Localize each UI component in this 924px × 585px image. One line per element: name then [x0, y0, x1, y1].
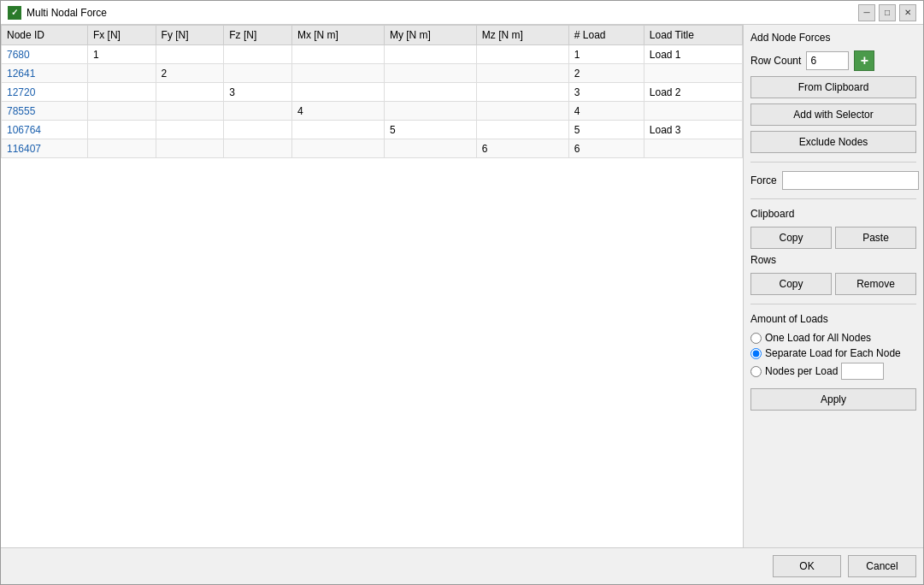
- radio-one-load-label[interactable]: One Load for All Nodes: [765, 332, 871, 344]
- ok-button[interactable]: OK: [773, 555, 841, 577]
- row-count-input[interactable]: [806, 51, 849, 70]
- col-mx: Mx [N m]: [291, 26, 384, 45]
- table-cell[interactable]: [87, 83, 156, 102]
- table-cell[interactable]: 106764: [2, 121, 88, 139]
- row-count-label: Row Count: [750, 55, 801, 67]
- table-cell[interactable]: [87, 121, 156, 139]
- table-cell[interactable]: [384, 139, 476, 158]
- table-cell[interactable]: [224, 45, 292, 64]
- table-cell[interactable]: 6: [568, 139, 644, 158]
- window-title: Multi Nodal Force: [26, 7, 858, 19]
- table-cell[interactable]: [644, 64, 742, 83]
- table-cell[interactable]: 2: [156, 64, 224, 83]
- radio-nodes-per-load-label[interactable]: Nodes per Load: [765, 365, 838, 377]
- table-cell[interactable]: [291, 45, 384, 64]
- table-cell[interactable]: [224, 102, 292, 121]
- table-cell[interactable]: [224, 121, 292, 139]
- table-cell[interactable]: [384, 102, 476, 121]
- radio-nodes-per-load-item: Nodes per Load: [750, 363, 916, 380]
- force-label: Force: [750, 174, 777, 186]
- radio-separate-load[interactable]: [750, 348, 762, 359]
- close-button[interactable]: ✕: [899, 4, 916, 21]
- table-cell[interactable]: [384, 45, 476, 64]
- col-mz: Mz [N m]: [476, 26, 568, 45]
- apply-button[interactable]: Apply: [750, 388, 916, 411]
- table-cell[interactable]: 6: [476, 139, 568, 158]
- from-clipboard-button[interactable]: From Clipboard: [750, 76, 916, 98]
- table-cell[interactable]: [156, 139, 224, 158]
- nodes-per-load-input[interactable]: [841, 363, 884, 380]
- table-cell[interactable]: [224, 139, 292, 158]
- table-cell[interactable]: [476, 121, 568, 139]
- add-row-button[interactable]: +: [854, 50, 874, 71]
- table-cell[interactable]: 12720: [2, 83, 88, 102]
- table-cell[interactable]: 116407: [2, 139, 88, 158]
- maximize-button[interactable]: □: [879, 4, 896, 21]
- clipboard-label: Clipboard: [750, 208, 916, 220]
- table-row[interactable]: 768011Load 1: [2, 45, 743, 64]
- radio-one-load[interactable]: [750, 333, 762, 344]
- cancel-button[interactable]: Cancel: [848, 555, 916, 577]
- radio-nodes-per-load[interactable]: [750, 366, 762, 377]
- clipboard-paste-button[interactable]: Paste: [835, 227, 916, 249]
- table-row[interactable]: 10676455Load 3: [2, 121, 743, 139]
- table-cell[interactable]: [87, 139, 156, 158]
- table-cell[interactable]: 1: [87, 45, 156, 64]
- exclude-nodes-button[interactable]: Exclude Nodes: [750, 131, 916, 153]
- table-cell[interactable]: 7680: [2, 45, 88, 64]
- table-cell[interactable]: 3: [568, 83, 644, 102]
- table-cell[interactable]: [476, 45, 568, 64]
- table-cell[interactable]: [156, 121, 224, 139]
- table-cell[interactable]: [644, 139, 742, 158]
- main-window: ✓ Multi Nodal Force ─ □ ✕ Node ID Fx [N]…: [0, 0, 924, 585]
- table-cell[interactable]: 3: [224, 83, 292, 102]
- table-cell[interactable]: 12641: [2, 64, 88, 83]
- content-area: Node ID Fx [N] Fy [N] Fz [N] Mx [N m] My…: [1, 25, 923, 547]
- rows-remove-button[interactable]: Remove: [835, 273, 916, 295]
- amount-of-loads-radio-group: One Load for All Nodes Separate Load for…: [750, 332, 916, 380]
- table-row[interactable]: 1272033Load 2: [2, 83, 743, 102]
- table-cell[interactable]: 4: [568, 102, 644, 121]
- radio-separate-load-label[interactable]: Separate Load for Each Node: [765, 347, 901, 359]
- col-my: My [N m]: [384, 26, 476, 45]
- table-cell[interactable]: 1: [568, 45, 644, 64]
- table-cell[interactable]: [291, 64, 384, 83]
- radio-separate-load-item: Separate Load for Each Node: [750, 347, 916, 359]
- table-header-row: Node ID Fx [N] Fy [N] Fz [N] Mx [N m] My…: [2, 26, 743, 45]
- table-cell[interactable]: 78555: [2, 102, 88, 121]
- table-cell[interactable]: [156, 102, 224, 121]
- clipboard-copy-button[interactable]: Copy: [750, 227, 832, 249]
- data-table-area: Node ID Fx [N] Fy [N] Fz [N] Mx [N m] My…: [1, 25, 744, 547]
- table-cell[interactable]: Load 1: [644, 45, 742, 64]
- table-cell[interactable]: [87, 102, 156, 121]
- table-cell[interactable]: 2: [568, 64, 644, 83]
- table-cell[interactable]: Load 3: [644, 121, 742, 139]
- table-cell[interactable]: [291, 139, 384, 158]
- window-icon: ✓: [8, 6, 21, 20]
- table-cell[interactable]: [156, 45, 224, 64]
- table-cell[interactable]: [224, 64, 292, 83]
- table-cell[interactable]: Load 2: [644, 83, 742, 102]
- force-input[interactable]: [782, 171, 919, 190]
- table-cell[interactable]: 5: [568, 121, 644, 139]
- table-cell[interactable]: [156, 83, 224, 102]
- table-cell[interactable]: [476, 64, 568, 83]
- col-node-id: Node ID: [2, 26, 88, 45]
- table-cell[interactable]: [644, 102, 742, 121]
- table-cell[interactable]: [476, 83, 568, 102]
- title-bar-controls: ─ □ ✕: [858, 4, 916, 21]
- table-cell[interactable]: 4: [291, 102, 384, 121]
- table-row[interactable]: 7855544: [2, 102, 743, 121]
- table-cell[interactable]: [476, 102, 568, 121]
- rows-copy-button[interactable]: Copy: [750, 273, 832, 295]
- table-cell[interactable]: [291, 121, 384, 139]
- add-selector-button[interactable]: Add with Selector: [750, 103, 916, 126]
- table-cell[interactable]: [87, 64, 156, 83]
- table-cell[interactable]: [291, 83, 384, 102]
- table-cell[interactable]: 5: [384, 121, 476, 139]
- table-row[interactable]: 11640766: [2, 139, 743, 158]
- table-row[interactable]: 1264122: [2, 64, 743, 83]
- table-cell[interactable]: [384, 64, 476, 83]
- minimize-button[interactable]: ─: [858, 4, 875, 21]
- table-cell[interactable]: [384, 83, 476, 102]
